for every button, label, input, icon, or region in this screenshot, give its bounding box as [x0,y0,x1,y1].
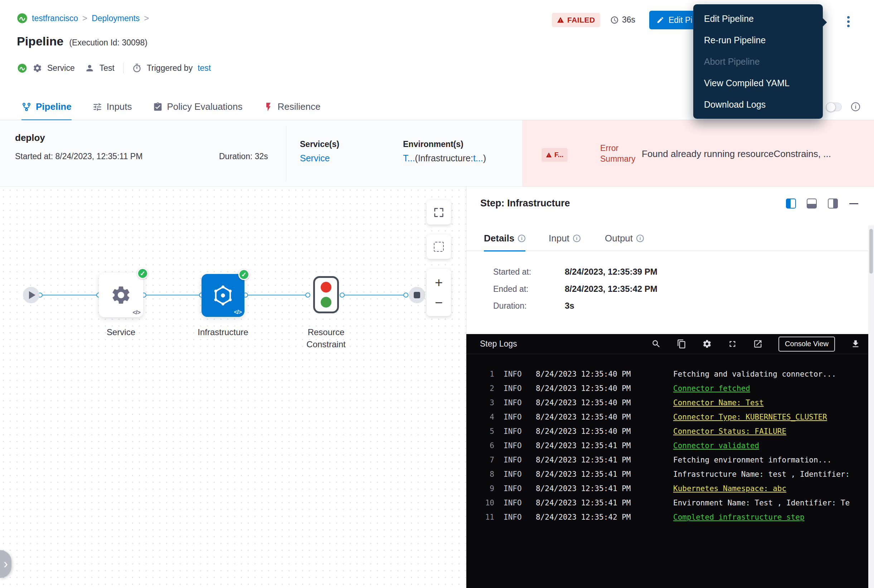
log-line-number: 5 [474,427,494,436]
canvas-fullscreen-button[interactable] [427,200,451,225]
view-toggle-switch[interactable] [826,103,842,111]
detail-label: Duration: [493,301,565,311]
node-label-service: Service [92,326,150,338]
services-value-link[interactable]: Service [300,153,329,164]
toggle-knob[interactable] [826,102,836,112]
breadcrumb-project-link[interactable]: testfrancisco [32,14,78,23]
log-line: 8INFO8/24/2023 12:35:41 PMInfrastructure… [474,467,870,482]
edge-connector [144,295,202,296]
log-level: INFO [504,413,527,422]
tab-input[interactable]: Input i [549,225,581,251]
info-icon[interactable]: i [636,235,644,242]
log-level: INFO [504,470,527,478]
log-line-number: 11 [474,513,494,522]
node-resource-constraint[interactable] [313,276,339,314]
log-timestamp: 8/24/2023 12:35:40 PM [536,399,663,407]
log-line: 7INFO8/24/2023 12:35:41 PMFetching envir… [474,453,870,467]
traffic-green-light [321,297,331,308]
menu-item-download-logs[interactable]: Download Logs [693,94,823,115]
log-timestamp: 8/24/2023 12:35:40 PM [536,370,663,378]
environment-link[interactable]: T... [403,153,415,163]
node-port [340,292,344,298]
edge-connector [40,295,99,296]
stage-name[interactable]: deploy [15,132,45,143]
inputs-icon [92,102,102,112]
info-icon[interactable]: i [573,235,581,242]
log-message: Connector Name: Test [673,399,764,407]
info-icon[interactable]: i [518,235,525,242]
tab-details-label: Details [484,233,514,244]
layout-split-right-button[interactable] [828,198,838,208]
pipeline-actions-menu: Edit Pipeline Re-run Pipeline Abort Pipe… [693,4,823,119]
tab-inputs[interactable]: Inputs [92,94,132,120]
breadcrumb-deployments-link[interactable]: Deployments [92,14,140,23]
tab-resilience-label: Resilience [278,101,321,112]
minimize-panel-button[interactable] [849,203,858,204]
menu-item-rerun-pipeline[interactable]: Re-run Pipeline [693,29,823,51]
expand-icon [433,207,444,218]
tab-resilience[interactable]: Resilience [263,94,321,120]
layout-split-bottom-button[interactable] [807,198,817,208]
end-node [409,287,425,303]
copy-icon[interactable] [677,339,686,349]
infrastructure-link[interactable]: t... [473,153,483,163]
menu-item-edit-pipeline[interactable]: Edit Pipeline [693,8,823,29]
tab-input-label: Input [549,233,569,244]
triggered-by-label: Triggered by [147,63,193,73]
environments-value: T...(Infrastructure:t...) [403,153,486,164]
log-timestamp: 8/24/2023 12:35:40 PM [536,427,663,436]
search-icon[interactable] [651,339,661,349]
policy-icon [153,102,163,112]
pipeline-canvas[interactable]: ✓ </> Service ✓ </> Infrastructure Resou… [0,187,466,588]
log-message: Infrastructure Name: test , Identifier: [673,470,850,478]
layout-split-left-button[interactable] [786,198,796,208]
step-detail-panel: Step: Infrastructure Details i Input i O… [466,187,874,588]
node-port [305,292,310,298]
service-name[interactable]: Service [47,63,75,73]
tab-details[interactable]: Details i [484,225,525,251]
canvas-marquee-select-button[interactable] [427,235,451,259]
gear-icon[interactable] [702,339,712,349]
warning-icon [557,16,564,24]
external-link-icon[interactable] [753,339,763,349]
tab-inputs-label: Inputs [107,101,132,112]
log-line: 1INFO8/24/2023 12:35:40 PMFetching and v… [474,367,870,381]
zoom-out-button[interactable]: − [435,296,443,309]
trigger-timer-icon [132,63,142,73]
menu-item-view-compiled-yaml[interactable]: View Compiled YAML [693,72,823,94]
step-logs-title: Step Logs [480,339,517,349]
expand-left-panel-button[interactable]: › [0,550,12,578]
log-timestamp: 8/24/2023 12:35:40 PM [536,384,663,393]
download-icon[interactable] [851,339,860,349]
console-view-button[interactable]: Console View [778,336,835,352]
log-line-number: 8 [474,470,494,478]
fullscreen-icon[interactable] [728,339,737,349]
info-icon[interactable]: i [851,102,860,111]
log-body[interactable]: 1INFO8/24/2023 12:35:40 PMFetching and v… [466,354,874,524]
tab-pipeline[interactable]: Pipeline [21,94,72,120]
more-options-kebab-button[interactable] [842,14,854,29]
environment-close-paren: ) [483,153,486,163]
detail-row: Started at:8/24/2023, 12:35:39 PM [493,267,657,277]
scrollbar-thumb[interactable] [869,229,873,274]
log-line: 9INFO8/24/2023 12:35:41 PMKubernetes Nam… [474,482,870,496]
triggered-by-user-link[interactable]: test [197,63,211,73]
tab-policy-evaluations[interactable]: Policy Evaluations [153,94,243,120]
tab-output[interactable]: Output i [605,225,644,251]
edge-connector [245,295,308,296]
log-timestamp: 8/24/2023 12:35:41 PM [536,456,663,464]
log-message: Connector Type: KUBERNETES_CLUSTER [673,413,827,422]
log-line-number: 2 [474,384,494,393]
pipeline-meta-row: Service Test Triggered by test [17,62,211,74]
log-line-number: 4 [474,413,494,422]
log-line-number: 1 [474,370,494,378]
environment-name[interactable]: Test [99,63,114,73]
template-code-icon: </> [234,309,242,316]
node-infrastructure[interactable]: ✓ </> [202,274,244,317]
detail-label: Started at: [493,267,565,277]
zoom-in-button[interactable]: + [435,276,443,290]
node-service[interactable]: ✓ </> [99,273,143,317]
menu-item-abort-pipeline[interactable]: Abort Pipeline [693,51,823,72]
scrollbar-track[interactable] [868,225,874,588]
environment-infra-text: (Infrastructure: [415,153,473,163]
